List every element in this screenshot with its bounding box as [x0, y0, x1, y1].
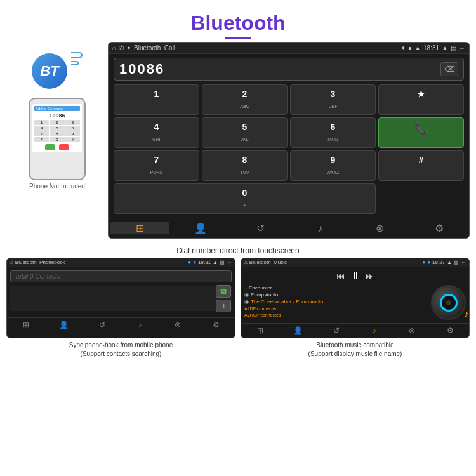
mu-nav-music[interactable]: ♪ [355, 326, 393, 335]
mu-dot-icon: ● [422, 260, 425, 265]
track1-name: Encounter [249, 285, 272, 291]
key-3[interactable]: 3DEF [290, 84, 376, 115]
cd-art: ♪ [431, 285, 466, 320]
pb-nav-settings[interactable]: ⚙ [197, 321, 235, 329]
dialer-area: 10086 ⌫ 1 2ABC 3DEF ★ 4GHI 5JKL 6MNO 📞 7… [109, 54, 469, 218]
pb-back-icon: ← [227, 260, 232, 265]
music-statusbar: ⌂ Bluetooth_Music ● ● 18:27 ▲ ▤ ← [241, 258, 469, 267]
key-4[interactable]: 4GHI [114, 117, 199, 148]
music-info-row: ♪ Encounter ◉ Pump Audio ◉ The Cheebacab… [244, 285, 466, 320]
phone-key-5: 5 [50, 126, 64, 131]
music-caption-line1: Bluetooth music compatible [316, 341, 393, 348]
content-area: BT Add to Contacts 10086 1 2 3 4 [0, 42, 476, 359]
phonebook-caption-line1: Sync phone-book from mobile phone [69, 341, 173, 348]
cd-center [446, 300, 451, 305]
bt-label: BT [40, 63, 58, 79]
statusbar-dot-icon: ● [408, 44, 412, 51]
key-1[interactable]: 1 [114, 84, 199, 115]
phone-key-4: 4 [34, 126, 49, 131]
call-action-button[interactable]: ☎ [216, 285, 231, 298]
statusbar-time: 18:31 [423, 44, 439, 51]
play-pause-button[interactable]: ⏸ [350, 270, 360, 282]
main-statusbar: ⌂ ✆ ✦ Bluetooth_Call ✦ ● ▲ 18:31 ▲ ▤ ← [109, 43, 469, 54]
mu-time: 18:27 [432, 260, 445, 265]
music-caption-line2: (Support display music file name) [308, 350, 402, 357]
phone-not-included-label: Phone Not Included [29, 183, 85, 190]
music-controls: ⏮ ⏸ ⏭ [244, 270, 466, 282]
statusbar-home-icon: ⌂ [112, 44, 116, 51]
nav-music-icon[interactable]: ♪ [290, 222, 350, 234]
pb-nav-music[interactable]: ♪ [121, 321, 159, 329]
statusbar-nav-icon: ▲ [414, 44, 421, 51]
mu-home-icon: ⌂ [244, 260, 248, 265]
contacts-search-box[interactable]: Total 0 Contacts [10, 270, 232, 282]
phone-key-3: 3 [65, 120, 80, 125]
bt-waves [71, 48, 83, 65]
key-2[interactable]: 2ABC [202, 84, 288, 115]
music-screen: ⌂ Bluetooth_Music ● ● 18:27 ▲ ▤ ← ⏮ ⏸ ⏭ [241, 258, 470, 338]
nav-link-icon[interactable]: ⊗ [350, 222, 409, 234]
track2-name: Pump Audio [251, 292, 278, 298]
statusbar-signal-icon: ▲ [442, 44, 448, 51]
pb-nav-dialpad[interactable]: ⊞ [7, 321, 45, 329]
statusbar-call-icon: ✆ [119, 44, 124, 51]
key-5[interactable]: 5JKL [202, 117, 288, 148]
phone-keypad: 1 2 3 4 5 6 7 8 9 * 0 # [34, 120, 80, 142]
key-star[interactable]: ★ [378, 84, 464, 115]
backspace-button[interactable]: ⌫ [440, 62, 458, 76]
phonebook-bottom-nav: ⊞ 👤 ↺ ♪ ⊗ ⚙ [7, 317, 235, 332]
pb-home-icon: ⌂ [10, 260, 13, 265]
dialer-number: 10086 [119, 61, 440, 77]
key-6[interactable]: 6MNO [290, 117, 376, 148]
key-0[interactable]: 0+ [114, 183, 376, 214]
phone-key-star: * [34, 137, 49, 142]
statusbar-back-icon: ← [459, 44, 465, 51]
key-8[interactable]: 8TUV [202, 150, 288, 181]
pb-nav-contacts[interactable]: 👤 [45, 321, 83, 329]
pb-nav-link[interactable]: ⊗ [159, 321, 197, 329]
music-panel: ⌂ Bluetooth_Music ● ● 18:27 ▲ ▤ ← ⏮ ⏸ ⏭ [241, 258, 470, 359]
track1-icon: ♪ [244, 285, 247, 291]
track-list: ♪ Encounter ◉ Pump Audio ◉ The Cheebacab… [244, 285, 428, 320]
nav-contacts-icon[interactable]: 👤 [171, 222, 230, 234]
pb-menu-icon: ▤ [220, 260, 225, 265]
phonebook-content-wrapper: Total 0 Contacts ☎ ⬆ [7, 267, 235, 317]
call-green-button[interactable]: 📞 [378, 117, 464, 148]
mu-nav-dialpad[interactable]: ⊞ [241, 326, 279, 335]
pb-dot-icon: ● [188, 260, 191, 265]
pb-nav-recent[interactable]: ↺ [83, 321, 121, 329]
track2-icon: ◉ [244, 292, 249, 298]
nav-recent-icon[interactable]: ↺ [230, 222, 290, 234]
mu-nav-contacts[interactable]: 👤 [279, 326, 317, 335]
page-title-section: Bluetooth [0, 0, 476, 42]
sync-action-button[interactable]: ⬆ [216, 300, 231, 312]
pb-signal-icon: ▲ [213, 260, 218, 265]
key-9[interactable]: 9WXYZ [290, 150, 376, 181]
music-content: ⏮ ⏸ ⏭ ♪ Encounter ◉ Pump Audio [241, 267, 469, 323]
next-button[interactable]: ⏭ [366, 271, 374, 281]
bt-logo: BT [32, 48, 83, 93]
phone-area: BT Add to Contacts 10086 1 2 3 4 [6, 42, 108, 190]
phonebook-caption-line2: (Support contacts searching) [81, 350, 162, 357]
phonebook-statusbar: ⌂ Bluetooth_Phonebook ● ● 18:31 ▲ ▤ ← [7, 258, 235, 267]
nav-dialpad-icon[interactable]: ⊞ [110, 222, 169, 234]
call-button-red[interactable] [59, 144, 69, 150]
avrcp-label: AVRCP connected [244, 312, 428, 319]
mu-nav-link[interactable]: ⊗ [393, 326, 431, 335]
track3-name: The Cheebacabra - Pump Audio [251, 299, 323, 305]
phone-key-6: 6 [65, 126, 80, 131]
phone-key-9: 9 [65, 131, 80, 136]
track3-icon: ◉ [244, 299, 249, 305]
nav-settings-icon[interactable]: ⚙ [409, 222, 469, 234]
prev-button[interactable]: ⏮ [336, 271, 345, 281]
mu-menu-icon: ▤ [454, 260, 459, 265]
mu-nav-recent[interactable]: ↺ [317, 326, 355, 335]
key-hash[interactable]: # [378, 150, 464, 181]
statusbar-bt2-icon: ✦ [400, 44, 406, 51]
keypad-grid: 1 2ABC 3DEF ★ 4GHI 5JKL 6MNO 📞 7PQRS 8TU… [114, 84, 464, 214]
phonebook-screen: ⌂ Bluetooth_Phonebook ● ● 18:31 ▲ ▤ ← To… [6, 258, 235, 338]
call-button-green[interactable] [45, 144, 55, 150]
mu-nav-settings[interactable]: ⚙ [431, 326, 469, 335]
key-7[interactable]: 7PQRS [114, 150, 199, 181]
mu-title: Bluetooth_Music [249, 260, 421, 265]
